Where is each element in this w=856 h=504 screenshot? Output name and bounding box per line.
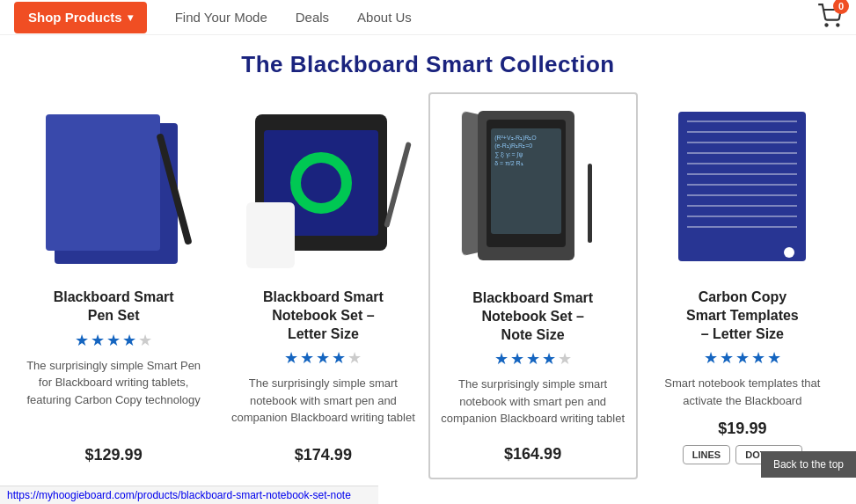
star-5: ★	[348, 348, 362, 368]
product-grid: Blackboard SmartPen Set ★ ★ ★ ★ ★ The su…	[0, 92, 856, 479]
svg-point-0	[825, 24, 827, 26]
product-name-notebook-letter: Blackboard SmartNotebook Set –Letter Siz…	[263, 289, 384, 343]
cart-button[interactable]: 0	[817, 4, 842, 32]
product-name-carbon: Carbon CopySmart Templates– Letter Size	[686, 289, 799, 343]
product-desc-notebook-letter: The surprisingly simple smart notebook w…	[230, 375, 416, 427]
star-1: ★	[75, 331, 89, 350]
star-3: ★	[106, 331, 121, 350]
star-4: ★	[542, 349, 556, 369]
star-3: ★	[316, 348, 330, 368]
product-card-notebook-letter[interactable]: Blackboard SmartNotebook Set –Letter Siz…	[218, 92, 428, 479]
product-card-pen-set[interactable]: Blackboard SmartPen Set ★ ★ ★ ★ ★ The su…	[9, 92, 218, 479]
product-image-carbon	[649, 107, 836, 274]
star-4: ★	[751, 348, 765, 368]
star-3: ★	[526, 349, 540, 369]
chevron-down-icon: ▾	[128, 11, 133, 24]
shop-products-button[interactable]: Shop Products ▾	[14, 2, 147, 33]
star-4: ★	[332, 348, 346, 368]
find-your-mode-link[interactable]: Find Your Mode	[175, 10, 267, 25]
product-name-pen-set: Blackboard SmartPen Set	[54, 289, 174, 325]
deals-link[interactable]: Deals	[296, 10, 329, 25]
product-price-carbon: $19.99	[718, 420, 766, 438]
stars-notebook-note: ★ ★ ★ ★ ★	[494, 349, 572, 369]
star-1: ★	[284, 348, 298, 368]
star-2: ★	[300, 348, 314, 368]
product-name-notebook-note: Blackboard SmartNotebook Set –Note Size	[472, 289, 593, 344]
star-5: ★	[767, 348, 781, 368]
product-desc-pen-set: The surprisingly simple Smart Pen for Bl…	[20, 357, 207, 409]
star-2: ★	[720, 348, 734, 368]
stars-pen-set: ★ ★ ★ ★ ★	[75, 331, 152, 350]
product-desc-notebook-note: The surprisingly simple smart notebook w…	[441, 376, 626, 427]
product-image-notebook-letter	[230, 107, 416, 274]
star-4: ★	[122, 331, 136, 350]
star-3: ★	[735, 348, 750, 368]
star-2: ★	[510, 349, 524, 369]
product-image-notebook-note: (R²+V₂-R₁)R₁O(e-R₁)R₁R₂=0∑ ξᵢ γᵢ = ∫ψδ =…	[441, 108, 626, 275]
hero-title: The Blackboard Smart Collection	[0, 35, 856, 85]
product-price-pen-set: $129.99	[85, 446, 143, 464]
nav-links: Find Your Mode Deals About Us	[175, 10, 412, 25]
product-image-pen-set	[20, 107, 207, 274]
product-price-notebook-letter: $174.99	[295, 446, 352, 464]
product-card-carbon[interactable]: Carbon CopySmart Templates– Letter Size …	[638, 92, 847, 479]
star-2: ★	[91, 331, 105, 350]
about-us-link[interactable]: About Us	[357, 10, 412, 25]
navigation: Shop Products ▾ Find Your Mode Deals Abo…	[0, 0, 856, 35]
stars-notebook-letter: ★ ★ ★ ★ ★	[284, 348, 362, 368]
variant-lines-button[interactable]: LINES	[683, 445, 730, 464]
product-price-notebook-note: $164.99	[504, 445, 561, 464]
product-card-notebook-note[interactable]: (R²+V₂-R₁)R₁O(e-R₁)R₁R₂=0∑ ξᵢ γᵢ = ∫ψδ =…	[428, 92, 638, 479]
shop-products-label: Shop Products	[28, 10, 122, 25]
star-1: ★	[704, 348, 718, 368]
cart-badge: 0	[833, 0, 849, 14]
stars-carbon: ★ ★ ★ ★ ★	[704, 348, 781, 368]
svg-point-1	[837, 24, 838, 26]
product-desc-carbon: Smart notebook templates that activate t…	[649, 375, 836, 409]
back-to-top-button[interactable]: Back to the top	[761, 451, 856, 478]
star-1: ★	[494, 349, 508, 369]
star-5: ★	[138, 331, 152, 350]
star-5: ★	[558, 349, 572, 369]
